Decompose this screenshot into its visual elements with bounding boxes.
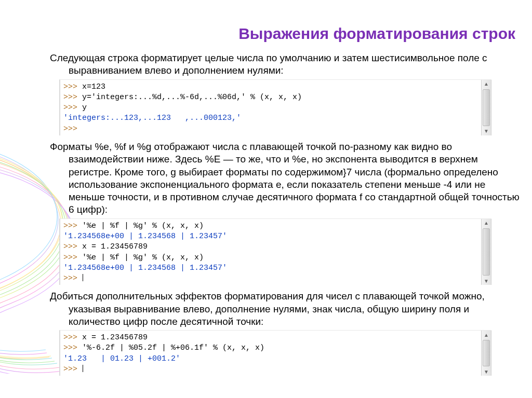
scroll-thumb[interactable] (483, 89, 490, 126)
code-area-2: >>> '%e | %f | %g' % (x, x, x) '1.234568… (60, 219, 481, 285)
scrollbar-2[interactable]: ▲ ▼ (481, 219, 491, 285)
scroll-down-icon[interactable]: ▼ (482, 277, 490, 285)
code-block-2: >>> '%e | %f | %g' % (x, x, x) '1.234568… (59, 218, 491, 285)
code-area-3: >>> x = 1.23456789 >>> '%-6.2f | %05.2f … (60, 331, 481, 376)
scroll-thumb[interactable] (483, 340, 490, 366)
scroll-thumb[interactable] (483, 228, 490, 276)
scroll-down-icon[interactable]: ▼ (482, 367, 490, 376)
paragraph-1: Следующая строка форматирует целые числа… (50, 52, 520, 77)
scrollbar-3[interactable]: ▲ ▼ (481, 331, 491, 376)
scroll-up-icon[interactable]: ▲ (482, 80, 490, 88)
scrollbar-1[interactable]: ▲ ▼ (481, 80, 491, 135)
cursor-icon (83, 365, 83, 372)
scroll-up-icon[interactable]: ▲ (482, 331, 490, 339)
paragraph-2: Форматы %e, %f и %g отображают числа с п… (50, 141, 520, 216)
code-block-1: >>> x=123 >>> y='integers:...%d,...%-6d,… (59, 79, 491, 135)
scroll-down-icon[interactable]: ▼ (482, 127, 490, 135)
slide-title: Выражения форматирования строк (12, 25, 520, 43)
scroll-up-icon[interactable]: ▲ (482, 219, 490, 227)
paragraph-3: Добиться дополнительных эффектов формати… (50, 290, 520, 328)
code-area-1: >>> x=123 >>> y='integers:...%d,...%-6d,… (60, 80, 481, 135)
cursor-icon (83, 274, 83, 281)
code-block-3: >>> x = 1.23456789 >>> '%-6.2f | %05.2f … (59, 330, 491, 376)
